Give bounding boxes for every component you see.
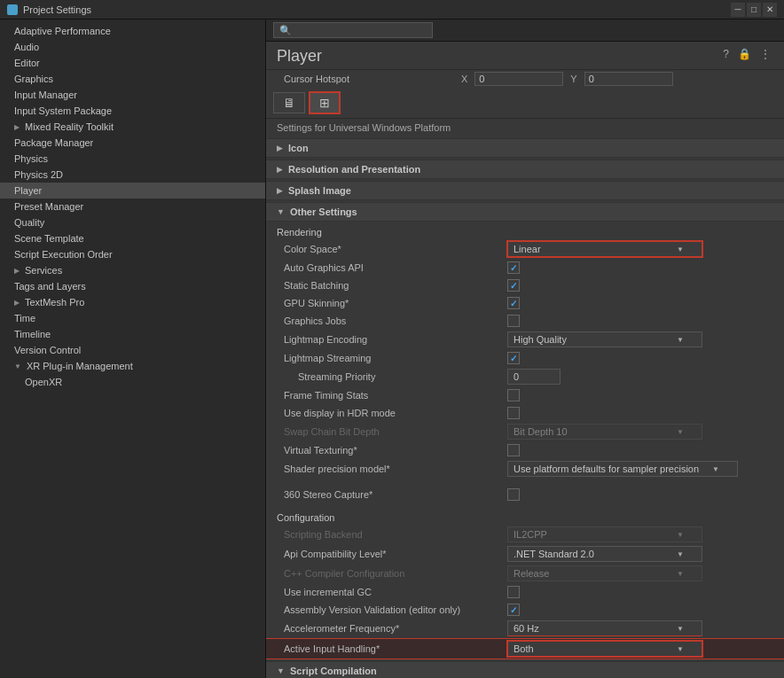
- dropdown-api-compat[interactable]: .NET Standard 2.0 ▼: [507, 546, 702, 562]
- dropdown-color-space[interactable]: Linear ▼: [507, 241, 702, 257]
- dropdown-swap-chain[interactable]: Bit Depth 10 ▼: [507, 424, 702, 440]
- section-splash-arrow: ▶: [277, 186, 283, 195]
- dropdown-scripting-backend[interactable]: IL2CPP ▼: [507, 526, 702, 542]
- sidebar-item-time[interactable]: Time: [0, 310, 265, 326]
- input-streaming-priority[interactable]: [507, 369, 561, 385]
- platform-tab-windows[interactable]: ⊞: [309, 91, 341, 114]
- title-bar-text: Project Settings: [23, 4, 91, 15]
- cursor-hotspot-label: Cursor Hotspot: [277, 74, 454, 84]
- dropdown-shader-precision[interactable]: Use platform defaults for sampler precis…: [507, 461, 738, 477]
- lock-button[interactable]: 🔒: [735, 47, 754, 61]
- control-lightmap-encoding: High Quality ▼: [507, 331, 773, 347]
- sidebar-item-package-manager[interactable]: Package Manager: [0, 135, 265, 151]
- sidebar-item-graphics[interactable]: Graphics: [0, 71, 265, 87]
- section-other-settings[interactable]: ▼ Other Settings: [266, 202, 784, 222]
- page-title: Player: [277, 47, 720, 66]
- checkbox-lightmap-streaming[interactable]: [507, 352, 520, 364]
- setting-shader-precision: Shader precision model* Use platform def…: [266, 459, 784, 479]
- sidebar-item-openxr[interactable]: OpenXR: [0, 374, 265, 390]
- section-icon-arrow: ▶: [277, 144, 283, 152]
- sidebar-item-label: Scene Template: [14, 233, 84, 244]
- content-area: 🔍 Player ? 🔒 ⋮ Cursor Hotspot X Y: [266, 19, 784, 678]
- sidebar-item-script-execution-order[interactable]: Script Execution Order: [0, 246, 265, 262]
- control-frame-timing: [507, 389, 773, 401]
- dropdown-api-value: .NET Standard 2.0: [514, 549, 594, 559]
- checkbox-graphics-jobs[interactable]: [507, 315, 520, 327]
- close-button[interactable]: ✕: [763, 3, 777, 17]
- control-accelerometer: 60 Hz ▼: [507, 620, 773, 636]
- checkbox-static-batching[interactable]: [507, 279, 520, 292]
- label-virtual-texturing: Virtual Texturing*: [277, 445, 507, 456]
- search-icon: 🔍: [279, 25, 292, 36]
- platform-tab-desktop[interactable]: 🖥: [273, 92, 305, 113]
- setting-lightmap-encoding: Lightmap Encoding High Quality ▼: [266, 330, 784, 349]
- setting-api-compat: Api Compatibility Level* .NET Standard 2…: [266, 544, 784, 564]
- control-api-compat: .NET Standard 2.0 ▼: [507, 546, 773, 562]
- checkbox-360-stereo[interactable]: [507, 488, 520, 501]
- checkbox-gpu-skinning[interactable]: [507, 297, 520, 309]
- dropdown-lightmap-encoding[interactable]: High Quality ▼: [507, 331, 702, 347]
- control-assembly-validation: [507, 604, 773, 616]
- dropdown-accelerometer[interactable]: 60 Hz ▼: [507, 620, 702, 636]
- section-resolution[interactable]: ▶ Resolution and Presentation: [266, 160, 784, 179]
- dropdown-scripting-arrow: ▼: [677, 531, 684, 539]
- maximize-button[interactable]: □: [747, 3, 761, 17]
- sidebar-item-label: Player: [14, 185, 42, 196]
- sidebar-item-input-manager[interactable]: Input Manager: [0, 87, 265, 103]
- sidebar-item-quality[interactable]: Quality: [0, 214, 265, 230]
- setting-frame-timing: Frame Timing Stats: [266, 386, 784, 404]
- label-cpp-compiler: C++ Compiler Configuration: [277, 568, 507, 579]
- checkbox-incremental-gc[interactable]: [507, 586, 520, 598]
- control-lightmap-streaming: [507, 352, 773, 364]
- sidebar-item-mixed-reality-toolkit[interactable]: Mixed Reality Toolkit: [0, 119, 265, 135]
- section-splash[interactable]: ▶ Splash Image: [266, 181, 784, 200]
- section-script-compilation[interactable]: ▼ Script Compilation: [266, 661, 784, 678]
- label-lightmap-streaming: Lightmap Streaming: [277, 353, 507, 363]
- sidebar-item-preset-manager[interactable]: Preset Manager: [0, 199, 265, 214]
- section-script-label: Script Compilation: [290, 666, 377, 676]
- help-button[interactable]: ?: [720, 47, 732, 61]
- sidebar-item-adaptive-performance[interactable]: Adaptive Performance: [0, 23, 265, 39]
- section-splash-label: Splash Image: [288, 185, 351, 196]
- sidebar-item-tags-and-layers[interactable]: Tags and Layers: [0, 278, 265, 294]
- setting-swap-chain: Swap Chain Bit Depth Bit Depth 10 ▼: [266, 422, 784, 441]
- sidebar-item-label: Version Control: [14, 345, 81, 355]
- setting-assembly-validation: Assembly Version Validation (editor only…: [266, 601, 784, 619]
- sidebar-item-version-control[interactable]: Version Control: [0, 342, 265, 358]
- dropdown-cpp-compiler[interactable]: Release ▼: [507, 565, 702, 581]
- checkbox-auto-graphics[interactable]: [507, 261, 520, 274]
- checkbox-virtual-texturing[interactable]: [507, 444, 520, 456]
- sidebar-item-label: Input System Package: [14, 105, 112, 116]
- dropdown-cpp-arrow: ▼: [677, 570, 684, 578]
- checkbox-frame-timing[interactable]: [507, 389, 520, 401]
- sidebar-item-player[interactable]: Player: [0, 183, 265, 199]
- sidebar-item-scene-template[interactable]: Scene Template: [0, 230, 265, 246]
- dropdown-swap-chain-value: Bit Depth 10: [514, 426, 568, 437]
- title-bar-controls: ─ □ ✕: [731, 3, 777, 17]
- sidebar-item-editor[interactable]: Editor: [0, 55, 265, 71]
- configuration-group-label: Configuration: [266, 509, 784, 525]
- dropdown-active-input[interactable]: Both ▼: [507, 641, 702, 657]
- cursor-hotspot-x[interactable]: [474, 72, 563, 86]
- sidebar-item-timeline[interactable]: Timeline: [0, 326, 265, 342]
- checkbox-assembly-validation[interactable]: [507, 604, 520, 616]
- dropdown-scripting-value: IL2CPP: [514, 529, 547, 540]
- sidebar-item-input-system-package[interactable]: Input System Package: [0, 103, 265, 119]
- control-static-batching: [507, 279, 773, 292]
- sidebar-item-xr-plug-in-management[interactable]: XR Plug-in Management: [0, 358, 265, 374]
- sidebar-item-audio[interactable]: Audio: [0, 39, 265, 55]
- app-icon: [7, 4, 18, 15]
- sidebar-item-physics-2d[interactable]: Physics 2D: [0, 167, 265, 183]
- cursor-hotspot-y[interactable]: [584, 72, 673, 86]
- minimize-button[interactable]: ─: [731, 3, 745, 17]
- sidebar-item-label: Graphics: [14, 74, 53, 84]
- section-icon[interactable]: ▶ Icon: [266, 138, 784, 158]
- sidebar-item-services[interactable]: Services: [0, 262, 265, 278]
- search-bar[interactable]: 🔍: [273, 22, 433, 38]
- search-input[interactable]: [295, 25, 419, 35]
- checkbox-hdr-mode[interactable]: [507, 407, 520, 419]
- setting-incremental-gc: Use incremental GC: [266, 583, 784, 601]
- sidebar-item-physics[interactable]: Physics: [0, 151, 265, 167]
- sidebar-item-textmesh-pro[interactable]: TextMesh Pro: [0, 294, 265, 310]
- menu-button[interactable]: ⋮: [757, 47, 773, 61]
